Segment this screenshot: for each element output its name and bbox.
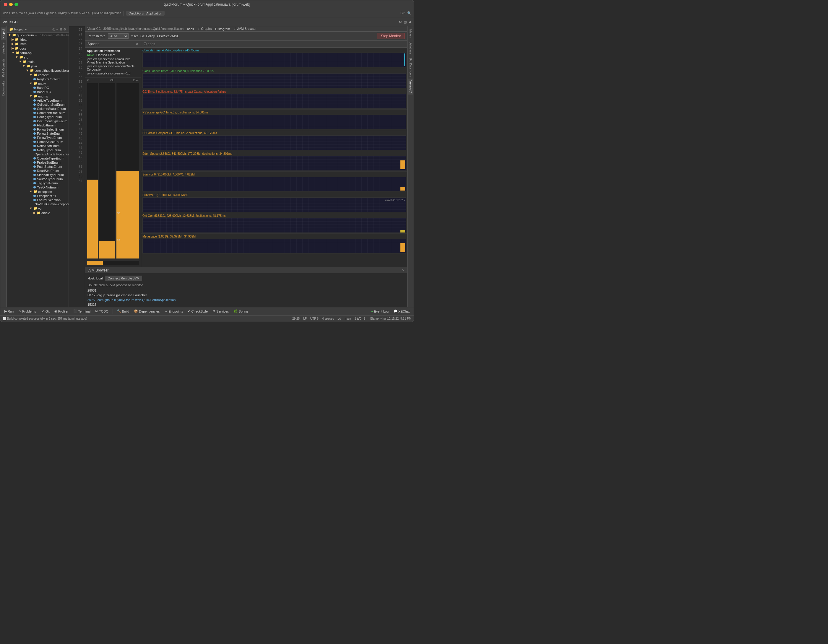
spaces-close[interactable]: ✕ xyxy=(136,42,139,46)
indent[interactable]: 4 spaces xyxy=(322,317,334,320)
tree-item-model[interactable]: ▼ 📁 com.github.liuyueyi.forum.api.model xyxy=(7,68,69,73)
tree-item-sourcetypeenum[interactable]: SourceTypeEnum xyxy=(7,177,69,181)
tree-item-readstatenum[interactable]: ReadStatEnum xyxy=(7,169,69,173)
class-loader-title: Class Loader Time: 8,343 loaded, 0 unloa… xyxy=(143,69,406,73)
sidebar-tab-project[interactable]: Project xyxy=(1,27,6,40)
tree-item-context[interactable]: ▼ 📁 context xyxy=(7,73,69,77)
tree-item-followstateenum[interactable]: FollowStateEnum xyxy=(7,132,69,136)
tree-item-vo[interactable]: ▼ 📁 vo xyxy=(7,206,69,211)
tree-item-sidebarstyeenum[interactable]: SidebarStyleEnum xyxy=(7,173,69,177)
process-15325[interactable]: 15325 xyxy=(85,302,407,307)
search-icon[interactable]: 🔍 xyxy=(407,11,411,15)
list-icon[interactable]: ≡ xyxy=(56,27,58,31)
bottom-todo[interactable]: ☑ TODO xyxy=(93,309,110,313)
tree-item-yesornoenum[interactable]: YesOrNoEnum xyxy=(7,185,69,190)
bottom-services[interactable]: ⚙ Services xyxy=(211,309,231,313)
bottom-checkstyle[interactable]: ✓ CheckStyle xyxy=(186,309,210,313)
bottom-xechat[interactable]: 💬 XEChat xyxy=(392,309,411,313)
tree-item-configtypeenum[interactable]: ConfigTypeEnum xyxy=(7,115,69,119)
tree-item-docs[interactable]: ▶ 📁 docs xyxy=(7,46,69,50)
sidebar-tab-pull-requests[interactable]: Pull Requests xyxy=(1,57,6,79)
maximize-button[interactable] xyxy=(14,3,18,6)
tree-item-exception[interactable]: ▼ 📁 exception xyxy=(7,190,69,194)
bottom-dependencies[interactable]: 📦 Dependencies xyxy=(132,309,162,313)
sidebar-tab-bookmarks[interactable]: Bookmarks xyxy=(1,79,6,97)
filter-icon[interactable]: ⊞ xyxy=(60,27,62,31)
tree-item-notifytypeenum[interactable]: NotifyTypeEnum xyxy=(7,148,69,152)
bottom-profiler[interactable]: ◉ Profiler xyxy=(53,309,71,313)
status-bar: ⬜ Build completed successfully in 6 sec,… xyxy=(0,315,414,322)
toolbar-icon-settings[interactable]: ⚙ xyxy=(408,20,411,24)
tree-label: BaseDTO xyxy=(37,90,51,94)
jvm-close-icon[interactable]: ✕ xyxy=(402,268,405,273)
refresh-rate-select[interactable]: Auto 100ms 500ms 1000ms xyxy=(108,33,129,39)
tree-item-homeselectenum[interactable]: HomeSelectEnum xyxy=(7,140,69,144)
branch-name[interactable]: main xyxy=(345,317,351,320)
tree-item-basedo[interactable]: BaseDO xyxy=(7,86,69,90)
sidebar-tab-structure[interactable]: Structure xyxy=(1,41,6,56)
right-tab-bigdata[interactable]: Big Data Tools xyxy=(408,56,413,78)
gear-icon[interactable]: ⚙ xyxy=(63,27,66,31)
tree-item-java[interactable]: ▼ 📁 java xyxy=(7,64,69,68)
right-tab-maven[interactable]: Maven xyxy=(408,27,413,40)
tree-item-columnstatusenum[interactable]: ColumnStatusEnum xyxy=(7,107,69,111)
stop-monitor-button[interactable]: Stop Monitor xyxy=(377,33,405,39)
process-28931[interactable]: 28931 xyxy=(85,288,407,293)
bottom-git[interactable]: ⎇ Git xyxy=(39,309,52,313)
encoding[interactable]: UTF-8 xyxy=(310,317,318,320)
tree-item-praisestatenum[interactable]: PraiseStatEnum xyxy=(7,160,69,165)
bottom-event-log[interactable]: ● Event Log xyxy=(369,309,390,313)
tab-histogram[interactable]: Histogram xyxy=(215,27,230,31)
tree-item-src[interactable]: ▼ 📁 src xyxy=(7,55,69,60)
vm-spec-vendor: java.vm.specification.vendor=Oracle Corp… xyxy=(87,65,139,71)
tree-item-enums[interactable]: ▼ 📁 enums xyxy=(7,94,69,99)
tree-item-articletypeenum[interactable]: ArticleTypeEnum xyxy=(7,99,69,102)
tree-item-operatearticletypeenum[interactable]: OperateArticleTypeEnum xyxy=(7,152,69,156)
tree-item-reqinfocontext[interactable]: ReqInfoContext xyxy=(7,77,69,81)
right-tab-database[interactable]: Database xyxy=(408,40,413,56)
tree-item-main[interactable]: ▼ 📁 main xyxy=(7,60,69,64)
tree-item-collectionstatenum[interactable]: CollectionStatEnum xyxy=(7,102,69,107)
bottom-run[interactable]: ▶ Run xyxy=(3,309,16,313)
connect-remote-button[interactable]: Connect Remote JVM xyxy=(105,276,142,281)
tree-item-quick-forum[interactable]: ▼ 📁 quick-forum – ~/Documents/GitHub/q..… xyxy=(7,33,69,37)
tree-item-forumexception[interactable]: ForumException xyxy=(7,198,69,202)
tree-item-followselectenum[interactable]: FollowSelectEnum xyxy=(7,127,69,132)
bottom-terminal[interactable]: ⬛ Terminal xyxy=(72,309,93,313)
tree-item-form-api[interactable]: ▼ 📁 form-api xyxy=(7,50,69,55)
cursor-position[interactable]: 29:25 xyxy=(292,317,300,320)
tree-item-tagtypeenum[interactable]: TagTypeEnum xyxy=(7,181,69,185)
tree-item-pushstatusenum[interactable]: PushStatusEnum xyxy=(7,165,69,169)
tree-item-operatetypeenum[interactable]: OperateTypeEnum xyxy=(7,156,69,160)
right-tab-visualgc[interactable]: VisualGC xyxy=(408,78,413,94)
tree-item-flagbitenum[interactable]: FlagBitEnum xyxy=(7,123,69,127)
tree-item-mvn[interactable]: ▶ 📁 .mvn xyxy=(7,42,69,46)
close-button[interactable] xyxy=(4,3,7,6)
toolbar-icon-layout[interactable]: ▤ xyxy=(404,20,407,24)
tree-item-article-folder[interactable]: ▶ 📁 article xyxy=(7,211,69,215)
tree-item-basedto[interactable]: BaseDTO xyxy=(7,90,69,94)
bottom-problems[interactable]: ⚠ Problems xyxy=(17,309,38,313)
toolbar-icon-gear[interactable]: ⚙ xyxy=(399,20,402,24)
tree-item-entity[interactable]: ▼ 📁 entity xyxy=(7,81,69,86)
tree-item-commentstatenum[interactable]: CommentStatEnum xyxy=(7,111,69,115)
tree-item-idea[interactable]: ▶ 📁 .idea xyxy=(7,37,69,42)
process-30758[interactable]: 30758 org.jetbrains.jps.cmdline.Launcher xyxy=(85,293,407,298)
run-config[interactable]: QuickForumApplication xyxy=(126,11,165,16)
bottom-spring[interactable]: 🌿 Spring xyxy=(232,309,250,313)
tree-item-exceptionutil[interactable]: ExceptionUtil xyxy=(7,194,69,198)
tab-jvm-browser[interactable]: ✓ JVM Browser xyxy=(234,27,256,31)
process-30759[interactable]: 30759 com.github.liuyueyi.forum.web.Quic… xyxy=(85,298,407,302)
tree-item-documenttypeenum[interactable]: DocumentTypeEnum xyxy=(7,119,69,123)
minimize-button[interactable] xyxy=(9,3,13,6)
locate-icon[interactable]: ◎ xyxy=(52,27,55,31)
bottom-build[interactable]: 🔨 Build xyxy=(115,309,131,313)
tab-graphs-check[interactable]: ✓ Graphs xyxy=(198,27,212,31)
tree-item-novlainguavaexception[interactable]: NoVlaInGuavaException xyxy=(7,202,69,206)
window-controls[interactable] xyxy=(4,3,18,6)
tree-item-followtypeenum[interactable]: FollowTypeEnum xyxy=(7,136,69,140)
bottom-endpoints[interactable]: → Endpoints xyxy=(163,310,185,313)
java-file-icon xyxy=(33,169,36,172)
tree-item-notifystatenum[interactable]: NotifyStatEnum xyxy=(7,144,69,148)
tab-spaces[interactable]: aces xyxy=(187,27,194,31)
